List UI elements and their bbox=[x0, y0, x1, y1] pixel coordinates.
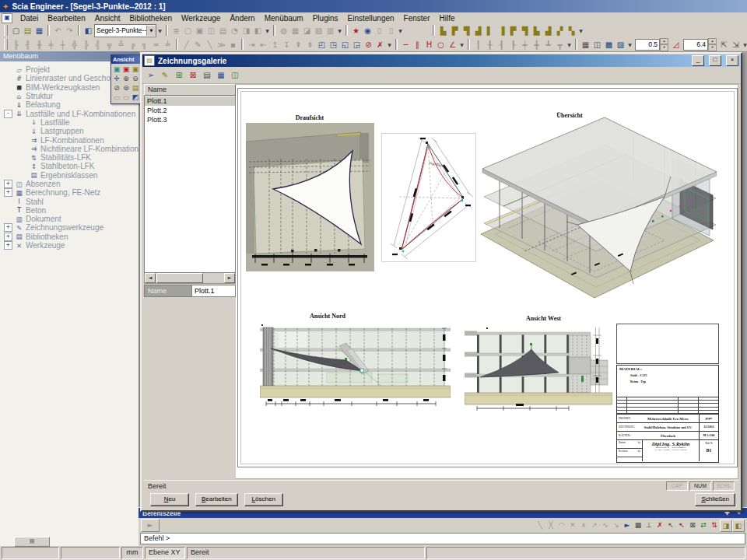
toolbar-icon[interactable]: ▦ bbox=[580, 39, 591, 51]
scroll-right-icon[interactable]: ► bbox=[224, 273, 235, 283]
toolbar-overflow-icon[interactable]: ▼ bbox=[336, 26, 343, 36]
toolbar-icon[interactable]: ⇥ bbox=[246, 39, 258, 51]
toolbar-icon[interactable]: ┨ bbox=[496, 39, 507, 51]
toolbar-icon[interactable]: ◫ bbox=[591, 39, 603, 51]
sidebar-item-stabilitaets-lfk[interactable]: ⇅ Stabilitäts-LFK bbox=[0, 153, 139, 162]
toolbar-icon[interactable]: ┿ bbox=[519, 39, 531, 51]
list-item[interactable]: Plott.1 bbox=[145, 96, 235, 106]
toolbar-icon[interactable]: ≫ bbox=[216, 39, 227, 51]
toolbar-icon[interactable]: ▨ bbox=[615, 39, 626, 51]
toolbar-icon[interactable]: ┼ bbox=[57, 39, 68, 51]
toolbar-icon[interactable]: ↥ bbox=[269, 39, 281, 51]
tree-expander-icon[interactable]: + bbox=[4, 180, 12, 188]
view-x-icon[interactable]: ▣ bbox=[112, 65, 121, 74]
sidebar-item-ergebnisklassen[interactable]: ▤ Ergebnisklassen bbox=[0, 171, 139, 180]
opening-icon[interactable]: ▛ bbox=[507, 25, 519, 37]
circle-icon[interactable]: ○ bbox=[435, 39, 447, 51]
tree-expander-icon[interactable] bbox=[19, 153, 27, 162]
sidebar-item-stahl[interactable]: Ι Stahl bbox=[0, 197, 139, 205]
snap-step-spinner[interactable]: 0.5 ▲▼ bbox=[635, 38, 668, 51]
minimize-button[interactable]: _ bbox=[692, 55, 704, 66]
zoom-window-icon[interactable]: ⊘ bbox=[112, 83, 121, 93]
snap-icon[interactable]: ↘ bbox=[611, 520, 622, 530]
toolbar-icon[interactable]: ╩ bbox=[115, 39, 127, 51]
project-manager-icon[interactable]: ◧ bbox=[82, 25, 94, 37]
toolbar-icon[interactable]: ⇤ bbox=[258, 39, 269, 51]
plane-indicator[interactable]: Ebene XY bbox=[145, 547, 185, 559]
toolbar-overflow-icon[interactable]: ▼ bbox=[626, 40, 633, 50]
mesh-icon[interactable]: ▦ bbox=[289, 25, 301, 37]
menu-item[interactable]: Fenster bbox=[399, 13, 435, 23]
undo-icon[interactable]: ↶ bbox=[52, 25, 64, 37]
toolbar-icon[interactable]: ◲ bbox=[351, 39, 363, 51]
toolbar-icon[interactable]: ╢ bbox=[22, 39, 33, 51]
view-y-icon[interactable]: ▣ bbox=[121, 65, 131, 74]
zoom-selection-icon[interactable]: ⊚ bbox=[121, 83, 131, 93]
toolbar-icon[interactable]: ╲ bbox=[204, 39, 216, 51]
forbid-icon[interactable]: ⊘ bbox=[363, 39, 374, 51]
truss-icon[interactable]: ▞ bbox=[554, 25, 566, 37]
name-field-value[interactable]: Plott.1 bbox=[192, 285, 236, 297]
activity-icon[interactable]: ▣ bbox=[194, 25, 205, 37]
gallery-titlebar[interactable]: ▤ Zeichnungsgalerie _ □ × bbox=[142, 54, 740, 67]
plate-icon[interactable]: ▐ bbox=[496, 25, 507, 37]
grid-icon[interactable]: ≣ bbox=[170, 25, 182, 37]
snap-grid-icon[interactable]: ▦ bbox=[633, 520, 644, 530]
hatch-icon[interactable]: ▧ bbox=[313, 25, 324, 37]
line-icon[interactable]: ─ bbox=[400, 39, 412, 51]
toolbar-icon[interactable]: ┃ bbox=[472, 39, 484, 51]
redo-icon[interactable]: ↷ bbox=[64, 25, 75, 37]
toolbar-overflow-icon[interactable]: ▼ bbox=[577, 26, 584, 36]
shell-icon[interactable]: ▙ bbox=[531, 25, 542, 37]
sidebar-item-bibliotheken[interactable]: + ▤ Bibliotheken bbox=[0, 233, 139, 241]
toolbar-icon[interactable]: ⇞ bbox=[293, 39, 304, 51]
mirror-view-icon[interactable]: ◧ bbox=[252, 25, 264, 37]
horizontal-scrollbar[interactable]: ◄ ► bbox=[144, 273, 236, 284]
beam-icon[interactable]: ▛ bbox=[449, 25, 461, 37]
print-icon[interactable]: ▤ bbox=[201, 69, 213, 82]
list-item[interactable]: Plott.3 bbox=[145, 115, 235, 124]
tree-expander-icon[interactable] bbox=[19, 145, 27, 153]
scale-icon[interactable]: ◿ bbox=[670, 39, 682, 51]
toolbar-icon[interactable]: ▪ bbox=[227, 39, 239, 51]
new-icon[interactable]: ▢ bbox=[10, 25, 22, 37]
plot-list-header[interactable]: Name bbox=[144, 84, 236, 96]
menu-item[interactable]: Ansicht bbox=[90, 13, 125, 23]
snap-icon[interactable]: ╳ bbox=[545, 520, 556, 530]
tree-expander-icon[interactable] bbox=[4, 74, 12, 82]
sidebar-item-berechnung-fe-netz[interactable]: + ▦ Berechnung, FE-Netz bbox=[0, 188, 139, 197]
docked-panel-tab[interactable]: ▤ bbox=[14, 537, 50, 547]
command-input[interactable]: Befehl > bbox=[140, 533, 745, 544]
delete-plot-icon[interactable]: ⊠ bbox=[187, 69, 199, 82]
menu-item[interactable]: Bibliotheken bbox=[125, 13, 177, 23]
snap-midpoint-icon[interactable]: ↖ bbox=[676, 520, 687, 530]
tree-expander-icon[interactable] bbox=[19, 127, 27, 135]
copy-plot-icon[interactable]: ⊞ bbox=[173, 69, 185, 82]
clip-plane-icon[interactable]: ▭ bbox=[121, 93, 131, 102]
toolbar-icon[interactable]: ═ bbox=[150, 39, 162, 51]
pointer-mode-icon[interactable]: ► bbox=[141, 519, 160, 532]
table-icon[interactable]: ▤ bbox=[217, 25, 229, 37]
scrollbar-thumb[interactable] bbox=[156, 273, 203, 283]
snap-ortho-icon[interactable]: ⇄ bbox=[698, 520, 709, 530]
menu-item[interactable]: Bearbeiten bbox=[43, 13, 89, 23]
open-icon[interactable]: ▤ bbox=[22, 25, 33, 37]
sidebar-item-stahlbeton-lfk[interactable]: ↕ Stahlbeton-LFK bbox=[0, 162, 139, 170]
tree-expander-icon[interactable] bbox=[19, 118, 27, 127]
tree-expander-icon[interactable] bbox=[4, 92, 12, 100]
snap-icon[interactable]: ∧ bbox=[578, 520, 589, 530]
toolbar-icon[interactable]: ◱ bbox=[339, 39, 351, 51]
sidebar-item-lastgruppen[interactable]: ⇓ Lastgruppen bbox=[0, 127, 139, 135]
wire-icon[interactable]: ▥ bbox=[324, 25, 336, 37]
toolbar-icon[interactable]: ╂ bbox=[484, 39, 496, 51]
edit-plot-icon[interactable]: ✎ bbox=[159, 69, 171, 82]
menu-item[interactable]: Menübaum bbox=[260, 13, 308, 23]
snap-icon[interactable]: ◠ bbox=[556, 520, 567, 530]
menu-item[interactable]: Ändern bbox=[225, 13, 259, 23]
toolbar-icon[interactable]: ┳ bbox=[554, 39, 566, 51]
toolbar-icon[interactable]: ┠ bbox=[507, 39, 519, 51]
doc-b-icon[interactable]: ▯ bbox=[385, 25, 397, 37]
spin-down-icon[interactable]: ▼ bbox=[660, 44, 668, 51]
units-indicator[interactable]: mm bbox=[121, 547, 143, 559]
sidebar-item-lf-kombinationen[interactable]: ⇉ LF-Kombinationen bbox=[0, 135, 139, 144]
